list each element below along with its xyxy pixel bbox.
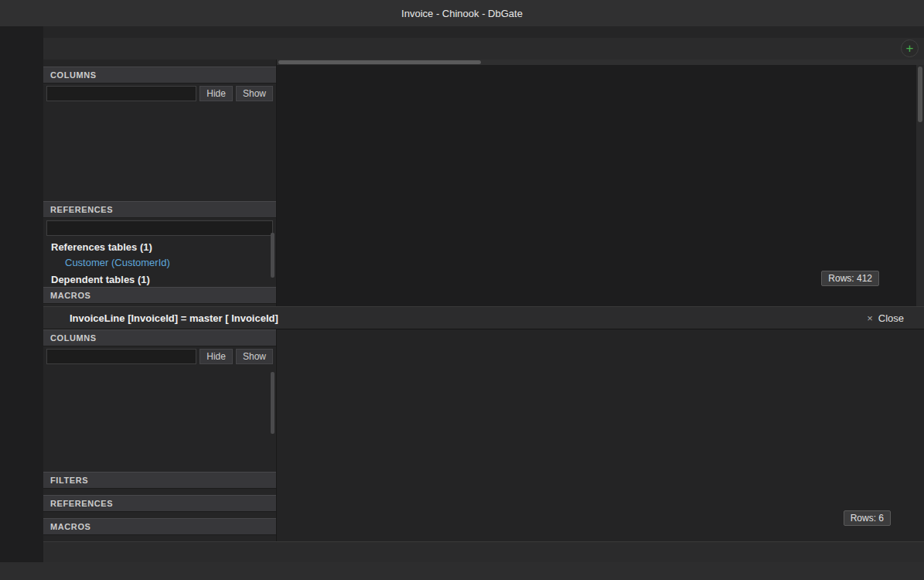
tab-bar: + <box>43 38 924 60</box>
dependent-tables-label: Dependent tables (1) <box>43 271 276 287</box>
row-count-badge: Rows: 6 <box>844 510 891 526</box>
panel-scrollbar[interactable] <box>271 233 274 278</box>
columns-tree <box>43 104 276 201</box>
columns-section-header[interactable]: COLUMNS <box>43 67 276 84</box>
detail-grid-title: InvoiceLine [InvoiceId] = master [ Invoi… <box>70 312 278 324</box>
hide-button[interactable]: Hide <box>199 349 233 364</box>
macros-section-header[interactable]: MACROS <box>43 287 276 304</box>
references-tables-label: References tables (1) <box>43 238 276 254</box>
detail-grid-header: InvoiceLine [InvoiceId] = master [ Invoi… <box>43 306 924 329</box>
references-search-row <box>43 218 276 238</box>
grid-toolbar <box>43 541 924 562</box>
row-count-badge: Rows: 412 <box>821 271 879 286</box>
close-icon: × <box>867 312 873 324</box>
detail-grid-icon <box>53 312 63 323</box>
show-button[interactable]: Show <box>236 86 273 101</box>
titlebar: Invoice - Chinook - DbGate <box>0 0 924 26</box>
references-section-header[interactable]: REFERENCES <box>43 495 276 512</box>
close-detail-button[interactable]: × Close <box>867 312 904 324</box>
reference-link-label: Customer (CustomerId) <box>65 257 170 268</box>
search-columns-input[interactable] <box>46 86 196 101</box>
show-button[interactable]: Show <box>236 349 273 364</box>
columns-tree <box>43 367 276 452</box>
left-panel-top: COLUMNS Hide Show REFERENCES References … <box>43 60 277 306</box>
search-columns-input[interactable] <box>46 349 196 364</box>
invoiceline-data-grid: Rows: 6 <box>277 329 924 541</box>
new-tab-button[interactable]: + <box>901 39 919 57</box>
columns-section-header[interactable]: COLUMNS <box>43 329 276 346</box>
hide-button[interactable]: Hide <box>199 86 233 101</box>
invoice-data-grid: Rows: 412 <box>277 60 924 306</box>
link-icon <box>51 258 60 268</box>
left-icon-rail <box>0 26 43 562</box>
macros-section-header[interactable]: MACROS <box>43 518 276 535</box>
vertical-scrollbar[interactable] <box>916 65 924 306</box>
connection-group-bar <box>43 26 924 38</box>
columns-search-row: Hide Show <box>43 346 276 367</box>
references-section-header[interactable]: REFERENCES <box>43 201 276 218</box>
horizontal-scrollbar[interactable] <box>277 60 924 65</box>
columns-search-row: Hide Show <box>43 84 276 104</box>
panel-scrollbar[interactable] <box>271 372 274 434</box>
search-references-input[interactable] <box>46 220 273 236</box>
filters-section-header[interactable]: FILTERS <box>43 472 276 489</box>
status-bar <box>0 562 924 580</box>
left-panel-bottom: COLUMNS Hide Show FILTERS REFERENCES MAC… <box>43 329 277 541</box>
window-title: Invoice - Chinook - DbGate <box>0 8 924 19</box>
reference-link-customer[interactable]: Customer (CustomerId) <box>43 254 276 271</box>
